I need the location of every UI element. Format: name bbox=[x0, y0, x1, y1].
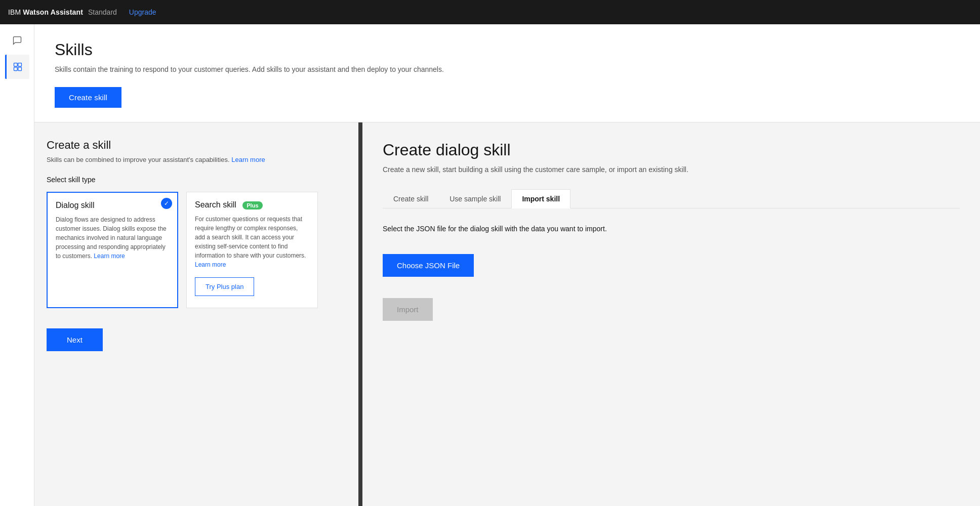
page-title: Skills bbox=[55, 40, 960, 59]
page-description: Skills contain the training to respond t… bbox=[55, 64, 960, 75]
learn-more-link[interactable]: Learn more bbox=[231, 156, 265, 163]
app-body: Skills Skills contain the training to re… bbox=[0, 24, 980, 506]
panel-divider bbox=[358, 122, 362, 506]
dialog-skill-panel-desc: Create a new skill, start building a ski… bbox=[383, 164, 960, 175]
import-section: Select the JSON file for the dialog skil… bbox=[383, 225, 960, 321]
selected-check-icon: ✓ bbox=[161, 198, 172, 209]
create-skill-title: Create a skill bbox=[47, 139, 342, 152]
search-skill-description: For customer questions or requests that … bbox=[195, 215, 309, 269]
dialog-skill-title: Dialog skill bbox=[56, 201, 169, 210]
plan-label: Standard bbox=[88, 8, 117, 16]
upgrade-link[interactable]: Upgrade bbox=[129, 8, 156, 16]
plus-badge: Plus bbox=[242, 201, 262, 209]
sidebar-item-chat[interactable] bbox=[5, 28, 29, 53]
search-learn-more-link[interactable]: Learn more bbox=[195, 261, 226, 268]
try-plus-button[interactable]: Try Plus plan bbox=[195, 277, 254, 296]
svg-rect-3 bbox=[18, 67, 22, 71]
import-button[interactable]: Import bbox=[383, 298, 433, 321]
sidebar-item-skills[interactable] bbox=[5, 55, 29, 79]
left-panel: Create a skill Skills can be combined to… bbox=[34, 122, 358, 506]
search-skill-card[interactable]: Search skill Plus For customer questions… bbox=[186, 192, 318, 308]
import-description: Select the JSON file for the dialog skil… bbox=[383, 225, 960, 233]
svg-rect-1 bbox=[18, 63, 22, 67]
skill-tabs: Create skill Use sample skill Import ski… bbox=[383, 189, 960, 208]
dialog-skill-card[interactable]: ✓ Dialog skill Dialog flows are designed… bbox=[47, 192, 178, 308]
dialog-learn-more-link[interactable]: Learn more bbox=[94, 252, 125, 260]
svg-rect-2 bbox=[14, 67, 18, 71]
brand-name: IBM Watson Assistant bbox=[8, 8, 83, 16]
create-skill-desc: Skills can be combined to improve your a… bbox=[47, 156, 342, 163]
split-panel: Create a skill Skills can be combined to… bbox=[34, 122, 980, 506]
topnav: IBM Watson Assistant Standard Upgrade bbox=[0, 0, 980, 24]
dialog-skill-panel-title: Create dialog skill bbox=[383, 141, 960, 159]
skill-cards: ✓ Dialog skill Dialog flows are designed… bbox=[47, 192, 342, 308]
select-type-label: Select skill type bbox=[47, 176, 342, 184]
tab-use-sample-skill[interactable]: Use sample skill bbox=[439, 189, 511, 208]
skills-header: Skills Skills contain the training to re… bbox=[34, 24, 980, 122]
tab-import-skill[interactable]: Import skill bbox=[511, 189, 570, 208]
search-skill-title: Search skill Plus bbox=[195, 200, 309, 209]
content-area: Skills Skills contain the training to re… bbox=[34, 24, 980, 506]
sidebar bbox=[0, 24, 34, 506]
dialog-skill-description: Dialog flows are designed to address cus… bbox=[56, 215, 169, 261]
svg-rect-0 bbox=[14, 63, 18, 67]
next-button[interactable]: Next bbox=[47, 328, 103, 351]
create-skill-button[interactable]: Create skill bbox=[55, 87, 121, 108]
choose-json-button[interactable]: Choose JSON File bbox=[383, 254, 474, 277]
brand-bold: Watson Assistant bbox=[23, 8, 83, 16]
right-panel: Create dialog skill Create a new skill, … bbox=[362, 122, 980, 506]
tab-create-skill[interactable]: Create skill bbox=[383, 189, 439, 208]
